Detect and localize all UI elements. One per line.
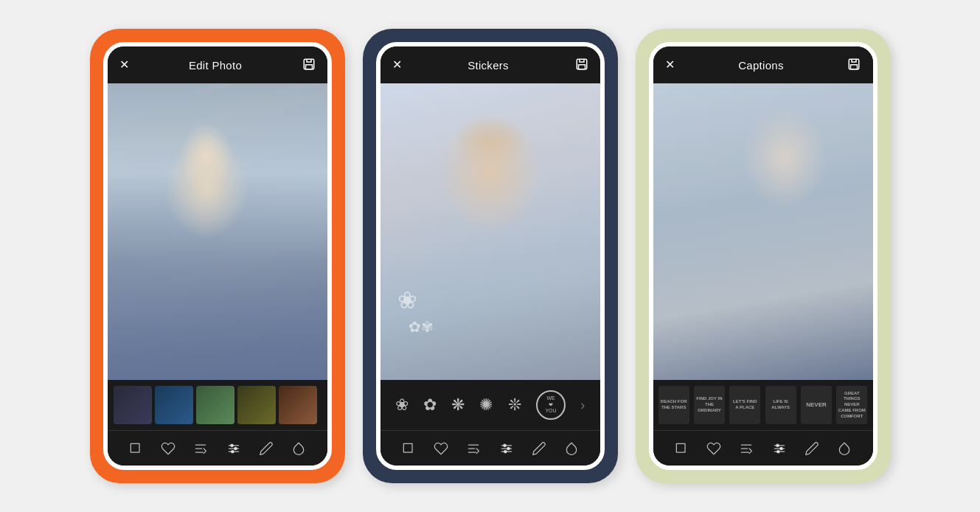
svg-point-23: [776, 450, 779, 452]
sticker-placed: ❀✿✾: [397, 288, 434, 336]
header-title-2: Stickers: [468, 59, 509, 72]
close-icon-2[interactable]: ✕: [392, 59, 402, 71]
save-icon-2[interactable]: [575, 58, 588, 73]
thumbnail-5[interactable]: [279, 386, 317, 424]
thumbnail-3[interactable]: [196, 386, 234, 424]
sticker-3[interactable]: ❋: [451, 395, 465, 415]
bottom-toolbar-1: [108, 430, 327, 466]
phone-header-3: ✕ Captions: [653, 46, 873, 83]
caption-6[interactable]: Great things never came from comfort: [836, 386, 867, 424]
svg-point-13: [503, 444, 505, 446]
pen-tool[interactable]: [254, 437, 278, 460]
phones-container: ✕ Edit Photo: [75, 14, 906, 498]
crop-tool-3[interactable]: [670, 437, 693, 460]
thumbnail-strip-1: [108, 380, 327, 430]
svg-point-14: [507, 447, 509, 449]
pen-tool-2[interactable]: [527, 437, 551, 460]
header-title-1: Edit Photo: [189, 59, 242, 72]
save-icon-3[interactable]: [847, 58, 861, 73]
bottom-toolbar-3: [653, 430, 873, 466]
phone-frame-1: ✕ Edit Photo: [103, 42, 332, 470]
phone-captions: ✕ Captions reach for the stars find joy …: [636, 29, 891, 483]
phone-stickers: ✕ Stickers ❀✿✾ ❀ ✿ ❋ ✺ ❊ WE❤YOU: [363, 29, 618, 483]
adjust-tool-3[interactable]: [768, 437, 791, 460]
drop-tool-2[interactable]: [560, 437, 583, 460]
phone-header-1: ✕ Edit Photo: [108, 46, 327, 83]
svg-point-5: [230, 444, 232, 446]
bottom-toolbar-2: [380, 430, 600, 466]
sticker-1[interactable]: ❀: [395, 395, 409, 415]
heart-tool-2[interactable]: [429, 437, 453, 460]
svg-rect-17: [676, 443, 685, 452]
caption-5[interactable]: NEVER: [801, 386, 832, 424]
save-icon-1[interactable]: [302, 58, 316, 73]
sticker-4[interactable]: ✺: [479, 395, 493, 415]
caption-2[interactable]: find joy in the ordinary: [694, 386, 725, 424]
svg-point-15: [504, 450, 506, 452]
phone-frame-3: ✕ Captions reach for the stars find joy …: [649, 42, 878, 470]
sticker-strip: ❀ ✿ ❋ ✺ ❊ WE❤YOU ›: [380, 380, 600, 430]
svg-rect-9: [403, 443, 412, 452]
sticker-2[interactable]: ✿: [423, 395, 437, 415]
heart-tool-3[interactable]: [702, 437, 726, 460]
svg-rect-1: [131, 443, 139, 452]
header-title-3: Captions: [738, 59, 784, 72]
close-icon-1[interactable]: ✕: [119, 59, 129, 71]
photo-area-2: ❀✿✾: [380, 83, 600, 380]
photo-area-1: [108, 83, 327, 380]
svg-point-7: [231, 450, 233, 452]
caption-strip: reach for the stars find joy in the ordi…: [653, 380, 873, 430]
heart-tool[interactable]: [156, 437, 180, 460]
phone-frame-2: ✕ Stickers ❀✿✾ ❀ ✿ ❋ ✺ ❊ WE❤YOU: [376, 42, 605, 470]
we-love-badge[interactable]: WE❤YOU: [536, 390, 566, 420]
text-tool-2[interactable]: [462, 437, 485, 460]
text-tool-3[interactable]: [734, 437, 758, 460]
caption-1[interactable]: reach for the stars: [658, 386, 689, 424]
close-icon-3[interactable]: ✕: [665, 59, 675, 71]
svg-point-6: [234, 447, 236, 449]
adjust-tool-2[interactable]: [495, 437, 518, 460]
caption-4[interactable]: LIFE IS ALWAYS: [765, 386, 796, 424]
adjust-tool[interactable]: [222, 437, 246, 460]
sticker-5[interactable]: ❊: [508, 395, 521, 415]
phone-edit-photo: ✕ Edit Photo: [90, 29, 345, 483]
thumbnail-4[interactable]: [237, 386, 276, 424]
text-tool[interactable]: [189, 437, 212, 460]
drop-tool-3[interactable]: [833, 437, 856, 460]
svg-point-22: [779, 447, 782, 449]
pen-tool-3[interactable]: [800, 437, 824, 460]
crop-tool[interactable]: [124, 437, 147, 460]
caption-3[interactable]: LET'S FIND A PLACE: [729, 386, 760, 424]
thumbnail-1[interactable]: [114, 386, 152, 424]
photo-area-3: [653, 83, 873, 380]
svg-point-21: [776, 444, 778, 446]
drop-tool[interactable]: [287, 437, 310, 460]
thumbnail-2[interactable]: [155, 386, 193, 424]
sticker-more: ›: [580, 398, 585, 413]
crop-tool-2[interactable]: [397, 437, 420, 460]
phone-header-2: ✕ Stickers: [380, 46, 600, 83]
